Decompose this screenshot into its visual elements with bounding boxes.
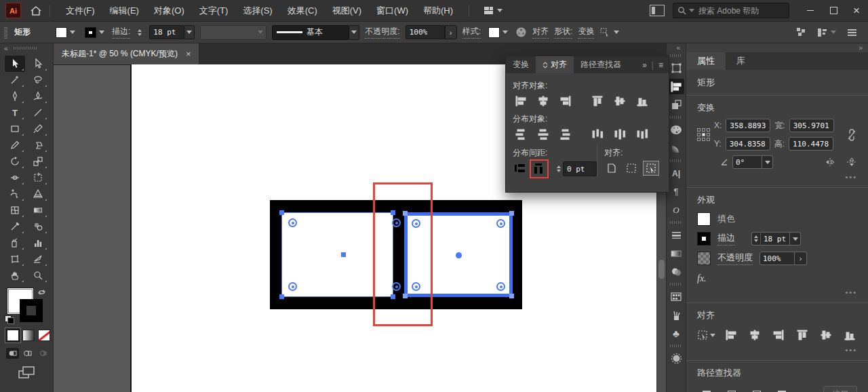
color-button[interactable] [7,330,19,341]
dock-grip[interactable] [670,221,682,224]
corner-widget[interactable] [288,282,297,291]
none-button[interactable] [38,330,50,341]
minimize-button[interactable] [799,0,822,21]
opacity-panel-link[interactable]: 不透明度 [717,252,753,265]
stroke-weight-combo[interactable]: 18 pt [751,232,801,246]
panel-grip[interactable] [14,47,37,50]
symbol-sprayer-tool[interactable] [5,235,25,251]
stroke-panel-link[interactable]: 描边: [112,26,130,39]
gradient-panel-icon[interactable] [668,246,684,261]
align-bottom-button[interactable] [634,94,650,108]
transform-panel-icon[interactable] [668,60,684,76]
distribute-bottom-button[interactable] [557,128,574,141]
reference-point-selector[interactable] [697,128,710,141]
draw-inside-mode[interactable] [36,348,49,359]
transform-panel-link[interactable]: 变换 [578,26,594,39]
hand-tool[interactable] [5,267,25,283]
eyedropper-tool[interactable] [5,218,25,235]
illustrator-logo[interactable]: Ai [5,3,21,18]
corner-widget[interactable] [496,282,505,291]
home-icon[interactable] [31,6,41,16]
constrain-proportions-icon[interactable] [846,128,857,142]
paragraph-panel-icon[interactable]: ¶ [668,184,684,199]
lasso-tool[interactable] [28,72,48,88]
fill-swatch[interactable] [697,212,711,226]
x-field[interactable]: 358.8893 [726,119,770,132]
document-tab[interactable]: 未标题-1* @ 50 % (CMYK/预览) × [54,43,199,64]
flip-horizontal-icon[interactable] [825,157,835,167]
maximize-button[interactable] [822,0,845,21]
shape-builder-tool[interactable] [5,186,25,202]
selection-handle[interactable] [279,294,284,299]
opacity-dropdown[interactable]: › [795,252,807,265]
collapse-tools-icon[interactable]: « [4,45,8,52]
panel-grip[interactable] [4,26,7,39]
color-panel-icon[interactable] [668,122,684,138]
stroke-color-well[interactable] [20,299,43,322]
collapse-properties-icon[interactable]: » [859,44,863,52]
align-middle-vertical-button[interactable] [818,328,833,342]
distribute-middle-button[interactable] [535,128,551,141]
asset-export-panel-icon[interactable] [668,351,684,366]
line-segment-tool[interactable] [28,104,48,121]
menu-file[interactable]: 文件(F) [58,0,102,21]
selection-handle[interactable] [509,294,514,298]
corner-widget[interactable] [496,219,505,228]
right-rect-center-point[interactable] [456,252,462,258]
gradient-button[interactable] [22,330,35,341]
expand-button[interactable]: 扩展 [823,386,857,392]
slice-tool[interactable] [28,251,48,267]
opacity-panel-link[interactable]: 不透明度: [365,26,399,39]
scale-tool[interactable] [28,153,48,170]
transform-more-options[interactable]: ••• [697,173,857,181]
menu-edit[interactable]: 编辑(E) [102,0,146,21]
opacity-field[interactable]: 100% [406,25,445,39]
width-tool[interactable] [5,170,25,186]
stroke-weight-stepper[interactable] [136,29,144,36]
flip-vertical-icon[interactable] [846,157,857,167]
character-panel-icon[interactable]: A| [668,165,684,181]
rotate-tool[interactable] [5,153,25,170]
draw-normal-mode[interactable] [6,348,19,359]
column-graph-tool[interactable] [28,235,48,251]
distribute-top-button[interactable] [513,128,529,141]
align-panel-icon[interactable] [668,79,684,94]
dock-grip[interactable] [670,54,682,57]
selection-handle[interactable] [279,210,284,215]
style-dropdown[interactable] [486,26,510,39]
spacing-value-field[interactable]: 0 pt [563,161,597,176]
align-more-options[interactable]: ••• [697,346,857,354]
menu-select[interactable]: 选择(S) [235,0,279,21]
isolate-selection-icon[interactable] [599,27,619,38]
change-screen-mode-icon[interactable] [18,366,53,379]
rotation-combo[interactable]: 0° [732,155,773,169]
opacity-value[interactable]: 100% [760,252,795,265]
shaper-tool[interactable] [5,137,25,153]
distribute-center-button[interactable] [612,128,628,141]
tab-library[interactable]: 库 [726,52,756,70]
align-left-button[interactable] [724,328,739,342]
pathfinder-panel-icon[interactable] [668,97,684,113]
direct-selection-tool[interactable] [28,56,48,72]
stroke-panel-link[interactable]: 描边 [717,232,735,246]
gradient-tool[interactable] [28,202,48,218]
dock-grip[interactable] [670,116,682,119]
stroke-panel-icon[interactable] [668,227,684,243]
type-tool[interactable]: T [5,104,25,121]
search-box[interactable] [673,3,789,18]
effects-fx-button[interactable]: fx. [697,273,707,284]
swatches-panel-icon[interactable] [668,289,684,305]
panel-menu-icon[interactable]: ≡ [658,60,663,70]
align-right-button[interactable] [557,94,574,108]
menu-object[interactable]: 对象(O) [146,0,192,21]
tab-pathfinder[interactable]: 路径查找器 [574,56,628,73]
color-guide-panel-icon[interactable] [668,140,684,156]
align-top-button[interactable] [589,94,606,108]
recolor-artwork-icon[interactable] [515,26,527,38]
default-fill-stroke-icon[interactable] [5,315,14,324]
shape-panel-link[interactable]: 形状: [554,26,572,39]
menu-help[interactable]: 帮助(H) [416,0,460,21]
menu-view[interactable]: 视图(V) [325,0,369,21]
workspace-switcher[interactable] [484,7,502,14]
distribute-left-button[interactable] [589,128,606,141]
